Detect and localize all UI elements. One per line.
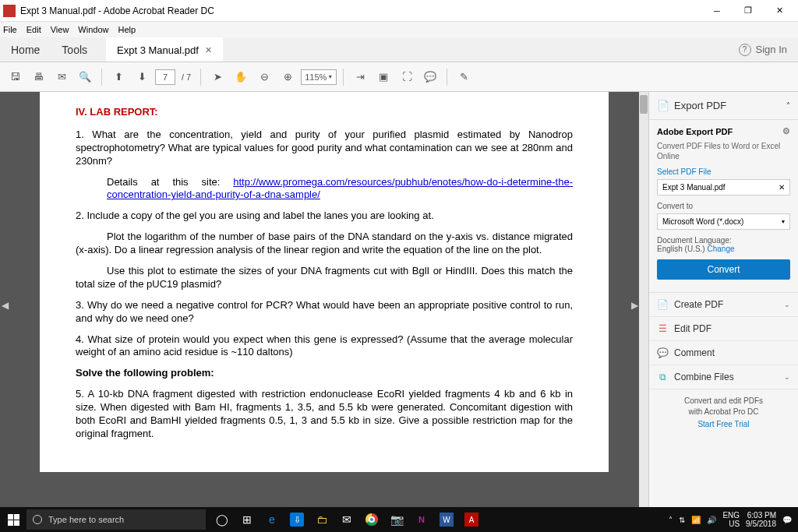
store-icon[interactable]: ⇩ — [285, 509, 309, 530]
help-icon[interactable]: ? — [739, 44, 751, 56]
comment-row[interactable]: 💬Comment — [649, 341, 798, 365]
app-icon — [3, 5, 16, 17]
menu-view[interactable]: View — [51, 25, 69, 34]
edge-icon[interactable]: e — [260, 509, 284, 530]
chevron-down-icon: ⌄ — [784, 301, 790, 308]
tray-network-icon[interactable]: ⇅ — [679, 516, 685, 524]
tray-volume-icon[interactable]: 🔊 — [707, 516, 716, 524]
page-up-icon[interactable]: ⬆ — [108, 67, 129, 87]
doc-q5: 5. A 10-kb DNA fragment digested with re… — [76, 388, 573, 441]
taskview-icon[interactable]: ⊞ — [235, 509, 259, 530]
create-pdf-row[interactable]: 📄Create PDF⌄ — [649, 293, 798, 317]
search-placeholder: Type here to search — [48, 515, 124, 524]
fit-page-icon[interactable]: ▣ — [373, 67, 394, 87]
print-icon[interactable]: 🖶 — [28, 67, 48, 87]
menu-edit[interactable]: Edit — [26, 25, 41, 34]
change-language-link[interactable]: Change — [707, 245, 734, 253]
edit-pdf-icon: ☰ — [657, 323, 668, 334]
convert-target-select[interactable]: Microsoft Word (*.docx)▾ — [657, 213, 790, 230]
convert-to-label: Convert to — [657, 202, 790, 210]
combine-row[interactable]: ⧉Combine Files⌄ — [649, 365, 798, 389]
taskbar-icons: ◯ ⊞ e ⇩ 🗀 ✉ 📷 N W A — [210, 509, 483, 530]
tray-clock[interactable]: 6:03 PM9/5/2018 — [746, 511, 776, 528]
doc-q4: 4. What size of protein would you expect… — [76, 333, 573, 360]
pointer-icon[interactable]: ➤ — [207, 67, 228, 87]
doc-language: Document Language:English (U.S.) Change — [657, 236, 790, 253]
menu-bar: File Edit View Window Help — [0, 22, 798, 37]
clear-file-icon[interactable]: ✕ — [779, 183, 785, 192]
tray-lang[interactable]: ENGUS — [722, 511, 740, 528]
doc-q2b: Plot the logarithm of the number of base… — [76, 231, 573, 257]
selected-file-box[interactable]: Expt 3 Manual.pdf✕ — [657, 179, 790, 196]
title-bar: Expt 3 Manual.pdf - Adobe Acrobat Reader… — [0, 0, 798, 22]
main-area: ◀ IV. LAB REPORT: 1. What are the concen… — [0, 92, 798, 507]
doc-heading: IV. LAB REPORT: — [76, 106, 573, 119]
doc-scrollbar[interactable] — [639, 92, 648, 507]
next-page-icon[interactable]: ▶ — [631, 300, 637, 312]
explorer-icon[interactable]: 🗀 — [310, 509, 334, 530]
mail-icon[interactable]: ✉ — [51, 67, 72, 87]
window-title: Expt 3 Manual.pdf - Adobe Acrobat Reader… — [20, 5, 701, 16]
zoom-in-icon[interactable]: ⊕ — [277, 67, 298, 87]
doc-solve: Solve the following problem: — [76, 367, 573, 380]
doc-q2a: 2. Include a copy of the gel you are usi… — [76, 210, 573, 223]
tab-home[interactable]: Home — [0, 37, 51, 62]
save-icon[interactable]: 🖫 — [5, 67, 25, 87]
word-icon[interactable]: W — [435, 509, 458, 530]
tab-tools[interactable]: Tools — [51, 37, 98, 62]
zoom-level[interactable]: 115%▼ — [301, 69, 337, 85]
taskbar-search[interactable]: Type here to search — [26, 509, 206, 530]
chevron-up-icon: ˄ — [786, 101, 790, 110]
tray-chevron-icon[interactable]: ˄ — [669, 516, 673, 524]
export-pdf-section: Adobe Export PDF⚙ Convert PDF Files to W… — [649, 120, 798, 293]
search-icon[interactable]: 🔍 — [75, 67, 95, 87]
gear-icon[interactable]: ⚙ — [782, 126, 790, 136]
hand-icon[interactable]: ✋ — [231, 67, 251, 87]
search-circle-icon — [33, 515, 42, 524]
mail-app-icon[interactable]: ✉ — [335, 509, 358, 530]
sign-in-label: Sign In — [756, 44, 787, 55]
right-panel: 📄 Export PDF ˄ Adobe Export PDF⚙ Convert… — [648, 92, 798, 507]
edit-pdf-row[interactable]: ☰Edit PDF — [649, 317, 798, 341]
doc-q3: 3. Why do we need a negative control for… — [76, 299, 573, 326]
adobe-export-label: Adobe Export PDF⚙ — [657, 126, 790, 136]
comment-icon: 💬 — [657, 347, 668, 358]
fullscreen-icon[interactable]: ⛶ — [397, 67, 417, 87]
maximize-button[interactable]: ❐ — [733, 1, 764, 21]
system-tray: ˄ ⇅ 📶 🔊 ENGUS 6:03 PM9/5/2018 💬 — [662, 511, 798, 528]
export-pdf-header[interactable]: 📄 Export PDF ˄ — [649, 92, 798, 120]
chrome-icon[interactable] — [360, 509, 383, 530]
page-down-icon[interactable]: ⬇ — [132, 67, 152, 87]
tab-close-icon[interactable]: ✕ — [205, 45, 212, 55]
prev-page-icon[interactable]: ◀ — [2, 300, 8, 312]
window-controls: ─ ❐ ✕ — [701, 1, 795, 21]
side-footer: Convert and edit PDFswith Acrobat Pro DC… — [649, 389, 798, 436]
menu-window[interactable]: Window — [78, 25, 108, 34]
zoom-out-icon[interactable]: ⊖ — [254, 67, 274, 87]
tray-wifi-icon[interactable]: 📶 — [691, 516, 701, 524]
start-trial-link[interactable]: Start Free Trial — [654, 419, 793, 430]
acrobat-taskbar-icon[interactable]: A — [460, 509, 483, 530]
tab-file-label: Expt 3 Manual.pdf — [117, 44, 199, 56]
page-total: / 7 — [182, 72, 191, 82]
export-pdf-label: Export PDF — [674, 100, 726, 111]
combine-icon: ⧉ — [657, 372, 668, 382]
sign-in[interactable]: ? Sign In — [728, 37, 798, 62]
annotate-icon[interactable]: ✎ — [454, 67, 474, 87]
minimize-button[interactable]: ─ — [701, 1, 733, 21]
menu-file[interactable]: File — [3, 25, 17, 34]
start-button[interactable] — [0, 514, 26, 526]
tab-file[interactable]: Expt 3 Manual.pdf ✕ — [106, 37, 223, 62]
camera-icon[interactable]: 📷 — [385, 509, 408, 530]
convert-button[interactable]: Convert — [657, 259, 790, 280]
close-button[interactable]: ✕ — [764, 1, 795, 21]
menu-help[interactable]: Help — [118, 25, 136, 34]
cortana-icon[interactable]: ◯ — [210, 509, 234, 530]
read-aloud-icon[interactable]: 💬 — [420, 67, 440, 87]
page-number-input[interactable]: 7 — [155, 69, 175, 85]
action-center-icon[interactable]: 💬 — [782, 516, 792, 524]
document-area: ◀ IV. LAB REPORT: 1. What are the concen… — [0, 92, 648, 507]
onenote-icon[interactable]: N — [410, 509, 433, 530]
chevron-down-icon: ⌄ — [784, 373, 790, 381]
fit-width-icon[interactable]: ⇥ — [350, 67, 370, 87]
